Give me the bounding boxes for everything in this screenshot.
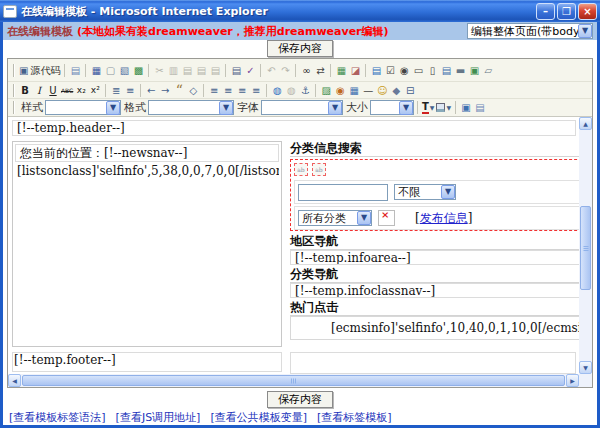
image-button-icon[interactable]: ▣ [467,63,481,78]
scroll-right-icon[interactable]: ▶ [566,374,579,387]
ordered-list-icon[interactable]: ≣ [109,83,123,98]
align-right-icon[interactable]: ≡ [235,83,249,98]
save-content-button-top[interactable]: 保存内容 [267,40,333,57]
keyword-input[interactable] [298,184,388,201]
align-justify-icon[interactable]: ≡ [249,83,263,98]
toolbar-separator [330,64,331,77]
horizontal-scroll-thumb[interactable] [22,375,565,386]
scroll-down-icon[interactable]: ▼ [579,361,592,374]
size-combo[interactable]: ▼ [370,100,414,115]
find-icon[interactable]: ∞ [299,63,313,78]
link-template-syntax[interactable]: [查看模板标签语法] [9,410,106,425]
hidden-field-icon[interactable]: ▱ [481,63,495,78]
class-section-title: 分类导航 [290,267,592,283]
subscript-icon[interactable]: x₂ [74,83,88,98]
new-page-icon[interactable]: ▢ [103,63,117,78]
smiley-icon[interactable]: ☺ [375,83,389,98]
source-icon[interactable]: ▣源代码 [18,63,61,78]
outdent-icon[interactable]: ← [144,83,158,98]
close-button[interactable]: × [578,3,597,20]
special-char-icon[interactable]: ◆ [389,83,403,98]
save-icon[interactable]: ▦ [89,63,103,78]
textarea-icon[interactable]: ▯ [425,63,439,78]
window-title: 在线编辑模板 - Microsoft Internet Explorer [21,4,536,19]
save-content-button-bottom[interactable]: 保存内容 [267,391,333,408]
toolbar-row-3: 样式 ▼ 格式 ▼ 字体 ▼ 大小 ▼ T▼ ▼ ▣ ▤ [8,99,592,117]
chevron-down-icon: ▼ [399,101,413,115]
chevron-down-icon: ▼ [357,211,371,225]
text-field-icon[interactable]: ▭ [411,63,425,78]
toolbar-row-2: BIUABCx₂x²≣≡←→“◇≡≡≡≡◍◍⚓▨◉▦—☺◆⊟ [8,82,592,99]
scroll-left-icon[interactable]: ◀ [8,374,21,387]
flash-icon[interactable]: ◉ [333,83,347,98]
toolbar-grip [13,84,15,97]
scroll-up-icon[interactable]: ▲ [579,117,592,130]
vertical-scroll-thumb[interactable] [580,206,591,290]
radio-icon[interactable]: ◉ [397,63,411,78]
editor-canvas[interactable]: [!--temp.header--] 您当前的位置：[!--newsnav--]… [8,117,592,387]
page-break-icon[interactable]: ⊟ [403,83,417,98]
preview-icon[interactable]: ▧ [117,63,131,78]
horizontal-rule-icon[interactable]: — [361,83,375,98]
indent-icon[interactable]: → [158,83,172,98]
bold-icon[interactable]: B [18,83,32,98]
replace-icon[interactable]: ⇄ [313,63,327,78]
italic-icon[interactable]: I [32,83,46,98]
align-center-icon[interactable]: ≡ [221,83,235,98]
select-field-icon[interactable]: ▤ [439,63,453,78]
remove-format-icon[interactable]: ◪ [348,63,362,78]
html-editor: ▣源代码▤▦▢▧▩✂▥▤▤▤▤✓↶↷∞⇄▦◪▤☑◉▭▯▤▬▣▱ BIUABCx₂… [7,58,593,388]
limit-select[interactable]: 不限 ▼ [394,184,456,200]
link-tag-template[interactable]: [查看标签模板] [317,410,392,425]
copy-icon: ▥ [166,63,180,78]
chevron-down-icon: ▼ [106,101,120,115]
link-js-url[interactable]: [查看JS调用地址] [116,410,201,425]
select-all-icon[interactable]: ▦ [334,63,348,78]
link-icon[interactable]: ◍ [270,83,284,98]
table-icon[interactable]: ▦ [347,83,361,98]
toolbar-separator [315,84,316,97]
hidden-field-icon: ab [294,163,308,176]
scroll-track[interactable] [579,290,592,361]
show-blocks-button[interactable]: ▤ [473,100,487,115]
edit-mode-select[interactable]: 编辑整体页面(带body) ▼ [467,23,593,39]
top-save-bar: 保存内容 [3,40,597,58]
horizontal-scrollbar[interactable]: ◀ ▶ [8,374,579,387]
anchor-icon[interactable]: ⚓ [298,83,312,98]
maximize-button[interactable]: ❐ [557,3,576,20]
editor-maximize-button[interactable]: ▣ [459,100,473,115]
strikethrough-icon[interactable]: ABC [60,83,74,98]
category-select[interactable]: 所有分类 ▼ [298,210,372,226]
form-icon[interactable]: ▤ [369,63,383,78]
format-combo[interactable]: ▼ [148,100,234,115]
templates-icon[interactable]: ▩ [131,63,145,78]
two-column-layout: 您当前的位置：[!--newsnav--] [listsonclass]'sel… [12,141,576,347]
publish-link-wrap: [发布信息] [415,210,472,227]
minimize-button[interactable]: – [536,3,555,20]
hidden-fields-row: ab ab [294,163,592,177]
vertical-scrollbar[interactable]: ▲ ▼ [579,117,592,374]
underline-icon[interactable]: U [46,83,60,98]
button-icon[interactable]: ▬ [453,63,467,78]
bg-color-button[interactable]: ▼ [435,100,452,115]
image-icon[interactable]: ▨ [319,83,333,98]
text-color-button[interactable]: T▼ [421,100,435,115]
blockquote-icon[interactable]: “ [172,83,186,98]
chevron-down-icon: ▼ [328,101,342,115]
unordered-list-icon[interactable]: ≡ [123,83,137,98]
page-header: 在线编辑模板 (本地如果有装dreamweaver，推荐用dreamweaver… [3,22,597,40]
doc-props-icon[interactable]: ▤ [68,63,82,78]
spell-check-icon[interactable]: ✓ [243,63,257,78]
superscript-icon[interactable]: x² [88,83,102,98]
create-div-icon[interactable]: ◇ [186,83,200,98]
font-combo[interactable]: ▼ [261,100,343,115]
paste-icon: ▤ [180,63,194,78]
print-icon[interactable]: ▤ [229,63,243,78]
title-bar: 在线编辑模板 - Microsoft Internet Explorer – ❐… [0,0,600,22]
publish-info-link[interactable]: 发布信息 [420,211,468,225]
link-common-vars[interactable]: [查看公共模板变量] [210,410,307,425]
align-left-icon[interactable]: ≡ [207,83,221,98]
category-row: 所有分类 ▼ [发布信息] [294,206,592,230]
checkbox-icon[interactable]: ☑ [383,63,397,78]
style-combo[interactable]: ▼ [45,100,121,115]
